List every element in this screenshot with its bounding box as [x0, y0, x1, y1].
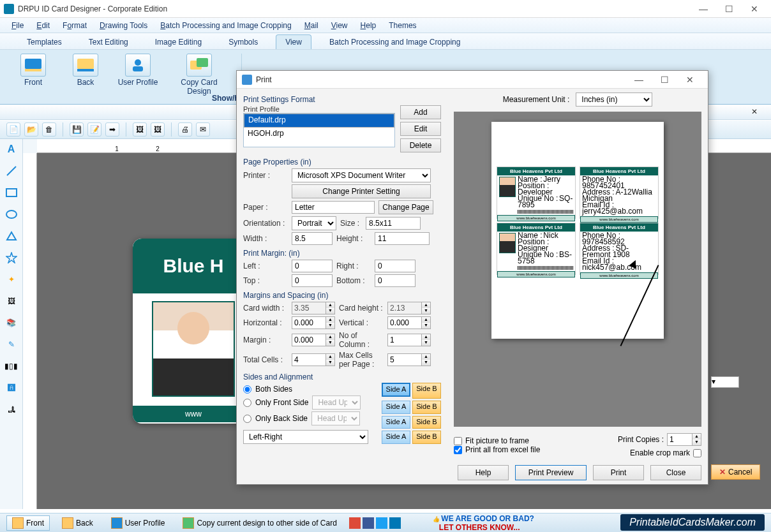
facebook-icon[interactable]: [363, 517, 374, 529]
menu-view[interactable]: View: [326, 20, 353, 31]
status-front-button[interactable]: Front: [6, 515, 50, 531]
rect-tool-icon[interactable]: [5, 186, 18, 199]
totalcells-spinner[interactable]: ▲▼: [292, 353, 335, 366]
menu-format[interactable]: Format: [57, 20, 92, 31]
height-input[interactable]: [375, 232, 430, 245]
ribbon-back-button[interactable]: Back: [65, 54, 106, 104]
barcode-tool-icon[interactable]: ▮▯▮: [5, 360, 18, 373]
line-tool-icon[interactable]: [5, 165, 18, 177]
linkedin-icon[interactable]: [389, 517, 401, 529]
export-icon[interactable]: ➡: [105, 122, 119, 137]
dialog-close[interactable]: ✕: [677, 71, 703, 89]
enable-crop-checkbox[interactable]: [693, 449, 701, 457]
copies-spinner[interactable]: ▲▼: [667, 433, 701, 446]
menu-help[interactable]: Help: [356, 20, 382, 31]
fit-picture-checkbox[interactable]: [454, 437, 462, 445]
change-page-button[interactable]: Change Page: [378, 200, 433, 214]
print-icon[interactable]: 🖨: [178, 122, 192, 137]
ellipse-tool-icon[interactable]: [5, 208, 18, 221]
print-excel-checkbox[interactable]: [454, 446, 462, 454]
orientation-select[interactable]: Portrait: [292, 216, 336, 230]
tab-text-editing[interactable]: Text Editing: [80, 35, 137, 49]
mail-icon[interactable]: ✉: [196, 122, 210, 137]
measurement-unit-select[interactable]: Inches (in): [576, 92, 652, 107]
profile-hgoh[interactable]: HGOH.drp: [244, 128, 394, 139]
printer-select[interactable]: Microsoft XPS Document Writer: [292, 168, 431, 182]
top-input[interactable]: [292, 274, 333, 287]
menu-edit[interactable]: Edit: [31, 20, 55, 31]
shape-tool-icon[interactable]: ✦: [5, 273, 18, 286]
triangle-tool-icon[interactable]: [5, 230, 18, 242]
right-input[interactable]: [375, 260, 415, 272]
add-button[interactable]: Add: [400, 105, 441, 119]
maximize-button[interactable]: ☐: [716, 0, 742, 18]
ribbon-user-profile-button[interactable]: User Profile: [117, 54, 158, 104]
tab-templates[interactable]: Templates: [18, 35, 71, 49]
size-input[interactable]: [366, 217, 421, 230]
menu-mail[interactable]: Mail: [299, 20, 324, 31]
leftright-select[interactable]: Left-Right: [243, 430, 368, 444]
saveas-icon[interactable]: 📝: [87, 122, 101, 137]
both-sides-radio[interactable]: [243, 385, 251, 394]
front-only-radio[interactable]: [243, 399, 251, 407]
right-dropdown[interactable]: ▾: [711, 376, 739, 388]
close-dialog-button[interactable]: Close: [650, 465, 701, 480]
edit-button[interactable]: Edit: [400, 122, 441, 136]
library-tool-icon[interactable]: 📚: [5, 316, 18, 329]
print-preview-button[interactable]: Print Preview: [515, 465, 587, 480]
left-input[interactable]: [292, 260, 333, 272]
image-back-icon[interactable]: 🖼: [151, 122, 165, 137]
help-button[interactable]: Help: [458, 465, 509, 480]
side-a-4[interactable]: Side A: [382, 431, 410, 444]
profile-default[interactable]: Default.drp: [244, 114, 394, 128]
twitter-icon[interactable]: [376, 517, 387, 529]
paper-input[interactable]: [292, 201, 375, 214]
new-icon[interactable]: 📄: [6, 122, 20, 137]
ribbon-front-button[interactable]: Front: [13, 54, 54, 104]
menu-batch[interactable]: Batch Processing and Image Cropping: [155, 20, 296, 31]
close-panel-icon[interactable]: ✕: [749, 107, 760, 117]
delete-icon[interactable]: 🗑: [42, 122, 56, 137]
cancel-button[interactable]: ✕Cancel: [711, 464, 760, 480]
dialog-minimize[interactable]: —: [626, 71, 652, 89]
sign-tool-icon[interactable]: ✎: [5, 338, 18, 351]
status-copy-design-button[interactable]: Copy current design to other side of Car…: [177, 515, 342, 531]
side-b-2[interactable]: Side B: [412, 401, 441, 414]
save-icon[interactable]: 💾: [70, 122, 84, 137]
maxcells-spinner[interactable]: ▲▼: [387, 353, 431, 366]
menu-file[interactable]: File: [6, 20, 29, 31]
side-b-1[interactable]: Side B: [412, 383, 441, 399]
card-width-spinner[interactable]: ▲▼: [292, 302, 335, 314]
image-tool-icon[interactable]: 🖼: [5, 295, 18, 307]
side-b-4[interactable]: Side B: [412, 431, 441, 444]
tab-view[interactable]: View: [276, 34, 311, 49]
tab-symbols[interactable]: Symbols: [220, 35, 267, 49]
side-a-1[interactable]: Side A: [382, 383, 410, 397]
menu-drawing-tools[interactable]: Drawing Tools: [94, 20, 153, 31]
delete-button[interactable]: Delete: [400, 138, 441, 152]
google-plus-icon[interactable]: [349, 517, 361, 529]
print-button[interactable]: Print: [593, 465, 644, 480]
change-printer-button[interactable]: Change Printer Setting: [292, 184, 431, 198]
width-input[interactable]: [292, 232, 333, 245]
status-user-profile-button[interactable]: User Profile: [105, 515, 171, 531]
dialog-maximize[interactable]: ☐: [652, 71, 677, 89]
text-tool-icon[interactable]: A: [5, 143, 18, 156]
margin-spinner[interactable]: ▲▼: [292, 334, 335, 346]
minimize-button[interactable]: —: [691, 0, 716, 18]
image-front-icon[interactable]: 🖼: [133, 122, 147, 137]
close-button[interactable]: ✕: [742, 0, 767, 18]
nocol-spinner[interactable]: ▲▼: [387, 334, 431, 346]
horizontal-spinner[interactable]: ▲▼: [292, 316, 335, 329]
open-icon[interactable]: 📂: [24, 122, 38, 137]
status-back-button[interactable]: Back: [56, 515, 99, 531]
side-a-2[interactable]: Side A: [382, 401, 410, 414]
menu-themes[interactable]: Themes: [384, 20, 421, 31]
bg-tool-icon[interactable]: 🏞: [5, 403, 18, 416]
star-tool-icon[interactable]: [5, 251, 18, 264]
vertical-spinner[interactable]: ▲▼: [387, 316, 431, 329]
watermark-tool-icon[interactable]: 🅰: [5, 381, 18, 394]
bottom-input[interactable]: [375, 274, 415, 287]
side-b-3[interactable]: Side B: [412, 416, 441, 429]
tab-batch[interactable]: Batch Processing and Image Cropping: [320, 35, 469, 49]
